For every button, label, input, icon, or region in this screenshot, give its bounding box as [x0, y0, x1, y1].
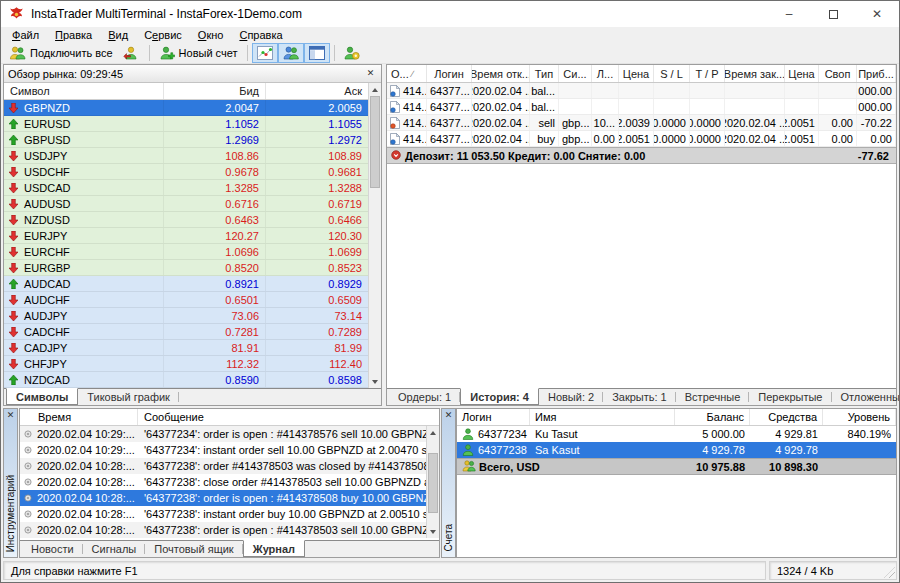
orders-column-4[interactable]: Си...: [559, 65, 592, 82]
market-row-AUDCAD[interactable]: AUDCAD0.89210.8929: [4, 276, 368, 292]
orders-column-6[interactable]: Цена: [619, 65, 654, 82]
market-row-EURGBP[interactable]: EURGBP0.85200.8523: [4, 260, 368, 276]
market-row-CADJPY[interactable]: CADJPY81.9181.99: [4, 340, 368, 356]
column-time[interactable]: Время: [20, 409, 138, 425]
accounts-column-1[interactable]: Имя: [530, 409, 675, 425]
journal-row-4[interactable]: 2020.02.04 10:28:...'64377238': order is…: [20, 490, 426, 506]
accounts-column-3[interactable]: Средства: [750, 409, 823, 425]
orders-column-9[interactable]: Время зак...: [725, 65, 785, 82]
panels-view-button[interactable]: [304, 43, 330, 63]
market-row-EURUSD[interactable]: EURUSD1.10521.1055: [4, 116, 368, 132]
tab-orders-3[interactable]: Закрыть: 1: [603, 389, 676, 405]
tick-chart-button[interactable]: [252, 43, 278, 63]
journal-scrollbar[interactable]: [426, 426, 439, 538]
market-row-EURCHF[interactable]: EURCHF1.06961.0699: [4, 244, 368, 260]
market-row-NZDCAD[interactable]: NZDCAD0.85900.8598: [4, 372, 368, 388]
journal-row-0[interactable]: 2020.02.04 10:29:...'64377234': order is…: [20, 426, 426, 442]
market-watch-scrollbar[interactable]: [368, 83, 381, 388]
market-row-CADCHF[interactable]: CADCHF0.72810.7289: [4, 324, 368, 340]
column-message[interactable]: Сообщение: [138, 409, 439, 425]
tab-journal-0[interactable]: Новости: [22, 541, 83, 557]
new-account-button[interactable]: Новый счет: [154, 43, 243, 63]
scroll-up-icon[interactable]: [369, 83, 382, 96]
journal-row-3[interactable]: 2020.02.04 10:28:...'64377238': close or…: [20, 474, 426, 490]
market-row-GBPNZD[interactable]: GBPNZD2.00472.0059: [4, 100, 368, 116]
menu-item-5[interactable]: Справка: [231, 29, 290, 41]
market-watch-close-icon[interactable]: ✕: [364, 68, 377, 80]
journal-row-6[interactable]: 2020.02.04 10:28:...'64377238': order is…: [20, 522, 426, 538]
orders-column-10[interactable]: Цена: [785, 65, 819, 82]
menu-item-0[interactable]: Файл: [4, 29, 47, 41]
symbol-cell: NZDUSD: [4, 212, 164, 227]
menu-item-3[interactable]: Сервис: [136, 29, 190, 41]
orders-column-8[interactable]: T / P: [690, 65, 725, 82]
market-row-CHFJPY[interactable]: CHFJPY112.32112.40: [4, 356, 368, 372]
close-icon[interactable]: ✕: [855, 1, 899, 27]
order-row-1[interactable]: 414...64377...2020.02.04 ...bal...5 000.…: [387, 99, 896, 115]
market-row-USDCAD[interactable]: USDCAD1.32851.3288: [4, 180, 368, 196]
scrollbar-thumb[interactable]: [428, 453, 438, 513]
accounts-close-icon[interactable]: ✕: [442, 410, 455, 422]
orders-column-0[interactable]: О...∕: [387, 65, 427, 82]
tab-orders-2[interactable]: Новый: 2: [539, 389, 603, 405]
tab-market-1[interactable]: Тиковый график: [78, 389, 179, 405]
scroll-up-icon[interactable]: [427, 426, 440, 439]
tab-orders-5[interactable]: Перекрытые: [749, 389, 831, 405]
order-row-2[interactable]: 414...64377...2020.02.04 ...sellgbp...10…: [387, 115, 896, 131]
journal-row-5[interactable]: 2020.02.04 10:28:...'64377238': instant …: [20, 506, 426, 522]
maximize-icon[interactable]: [811, 1, 855, 27]
accounts-strip-label[interactable]: Счета: [443, 521, 454, 557]
market-row-GBPUSD[interactable]: GBPUSD1.29691.2972: [4, 132, 368, 148]
account-row-64377234[interactable]: 64377234Ku Tasut5 000.004 929.81840.19%: [457, 426, 896, 442]
menu-item-2[interactable]: Вид: [100, 29, 136, 41]
tab-journal-1[interactable]: Сигналы: [83, 541, 146, 557]
symbol-down-icon: [9, 151, 18, 161]
tab-journal-2[interactable]: Почтовый ящик: [145, 541, 242, 557]
scroll-down-icon[interactable]: [369, 375, 382, 388]
order-row-3[interactable]: 414...64377...2020.02.04 ...buygbp...0.0…: [387, 131, 896, 147]
column-symbol[interactable]: Символ: [4, 83, 164, 99]
accounts-column-2[interactable]: Баланс: [675, 409, 750, 425]
orders-column-1[interactable]: Логин: [427, 65, 472, 82]
tab-orders-0[interactable]: Ордеры: 1: [389, 389, 460, 405]
toolbox-strip-label[interactable]: Инструментарий: [5, 472, 16, 557]
column-bid[interactable]: Бид: [164, 83, 266, 99]
toolbox-close-icon[interactable]: ✕: [4, 410, 17, 422]
menu-item-1[interactable]: Правка: [47, 29, 100, 41]
accounts-column-4[interactable]: Уровень: [823, 409, 896, 425]
orders-column-3[interactable]: Тип: [530, 65, 559, 82]
orders-column-2[interactable]: Время отк...: [472, 65, 530, 82]
market-row-AUDUSD[interactable]: AUDUSD0.67160.6719: [4, 196, 368, 212]
scroll-down-icon[interactable]: [427, 525, 440, 538]
account-settings-button[interactable]: [339, 43, 365, 63]
resize-grip[interactable]: [884, 567, 895, 578]
market-row-AUDCHF[interactable]: AUDCHF0.65010.6509: [4, 292, 368, 308]
minimize-icon[interactable]: –: [767, 1, 811, 27]
market-row-USDJPY[interactable]: USDJPY108.86108.89: [4, 148, 368, 164]
journal-row-2[interactable]: 2020.02.04 10:28:...'64377238': order #4…: [20, 458, 426, 474]
order-row-0[interactable]: 414...64377...2020.02.04 ...bal...5 000.…: [387, 83, 896, 99]
tab-orders-4[interactable]: Встречные: [676, 389, 750, 405]
tab-market-0[interactable]: Символы: [6, 388, 78, 405]
orders-column-7[interactable]: S / L: [654, 65, 690, 82]
orders-column-12[interactable]: Приб...: [857, 65, 896, 82]
orders-column-11[interactable]: Своп: [819, 65, 857, 82]
market-row-EURJPY[interactable]: EURJPY120.27120.30: [4, 228, 368, 244]
market-row-AUDJPY[interactable]: AUDJPY73.0673.14: [4, 308, 368, 324]
order-cell: 5 000.00: [857, 99, 896, 114]
accounts-column-0[interactable]: Логин: [457, 409, 530, 425]
tab-orders-6[interactable]: Отложенный: 1: [832, 389, 900, 405]
menu-item-4[interactable]: Окно: [190, 29, 232, 41]
scrollbar-thumb[interactable]: [370, 96, 380, 188]
orders-column-5[interactable]: Л...: [592, 65, 619, 82]
column-ask[interactable]: Аск: [266, 83, 368, 99]
connect-all-button[interactable]: Подключить все: [4, 43, 118, 63]
market-row-USDCHF[interactable]: USDCHF0.96780.9681: [4, 164, 368, 180]
tab-orders-1[interactable]: История: 4: [460, 388, 539, 405]
disconnect-button[interactable]: [118, 43, 145, 63]
market-row-NZDUSD[interactable]: NZDUSD0.64630.6466: [4, 212, 368, 228]
accounts-view-button[interactable]: [278, 43, 304, 63]
journal-row-1[interactable]: 2020.02.04 10:29:...'64377234': instant …: [20, 442, 426, 458]
tab-journal-3[interactable]: Журнал: [243, 540, 305, 557]
account-row-64377238[interactable]: 64377238Sa Kasut4 929.784 929.78: [457, 442, 896, 458]
